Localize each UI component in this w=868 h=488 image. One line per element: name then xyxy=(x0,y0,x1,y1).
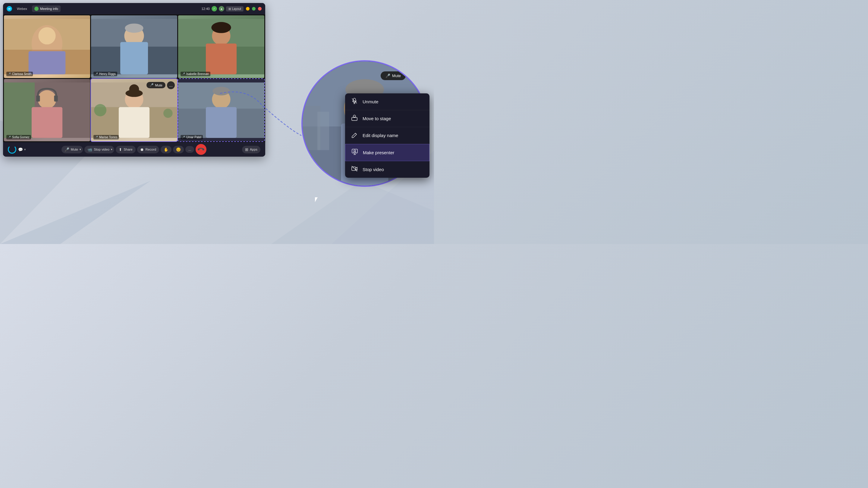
more-toolbar-button[interactable]: ... xyxy=(185,146,194,153)
svg-point-7 xyxy=(38,27,56,44)
svg-marker-1 xyxy=(0,181,151,244)
mute-toolbar-button[interactable]: 🎤 Mute ▾ xyxy=(61,146,83,153)
maximize-button[interactable] xyxy=(252,7,255,10)
close-button[interactable] xyxy=(258,7,261,10)
tab-meeting-info-label: Meeting info xyxy=(40,7,58,10)
svg-point-53 xyxy=(354,150,355,152)
cell-controls-marise: 🎤 Mute ... xyxy=(147,82,175,89)
share-button[interactable]: ⬆ Share xyxy=(116,146,135,153)
svg-point-22 xyxy=(38,90,56,108)
unmute-icon xyxy=(351,98,358,106)
end-call-button[interactable]: 📞 xyxy=(195,144,207,155)
webex-logo-icon: W xyxy=(7,6,12,11)
svg-rect-52 xyxy=(352,149,358,153)
caption-controls: 💬 ▾ xyxy=(18,147,26,152)
svg-marker-3 xyxy=(271,181,434,244)
video-cell-marise: 🎤 Mute ... 🎤 Marise Torres xyxy=(91,79,177,141)
reactions-button[interactable]: ✋ xyxy=(161,146,172,153)
svg-rect-25 xyxy=(54,95,58,101)
minimize-button[interactable] xyxy=(246,7,250,10)
svg-rect-46 xyxy=(317,112,329,150)
menu-item-unmute[interactable]: Unmute xyxy=(345,93,430,110)
participant-name-sofia: 🎤 Sofia Gomez xyxy=(6,135,31,139)
record-icon: ⏺ xyxy=(140,147,144,152)
apps-button[interactable]: ⊞ Apps xyxy=(242,146,260,153)
context-menu: Unmute Move to stage Edit display name xyxy=(345,93,430,178)
stop-video-button[interactable]: 📹 Stop video ▾ xyxy=(84,146,114,153)
share-icon: ⬆ xyxy=(119,147,122,152)
zoom-circle-controls: 🎤 Mute ... xyxy=(381,70,418,81)
edit-icon xyxy=(351,131,358,139)
title-bar-right xyxy=(246,7,261,10)
participant-name-marise: 🎤 Marise Torres xyxy=(93,135,119,139)
participant-video-clarissa xyxy=(4,15,90,78)
mute-arrow-icon: ▾ xyxy=(80,148,81,151)
stop-video-menu-icon xyxy=(351,165,358,173)
mic-icon-sofia: 🎤 xyxy=(8,136,11,138)
svg-point-32 xyxy=(94,104,106,116)
menu-item-stop-video[interactable]: Stop video xyxy=(345,161,430,178)
svg-rect-21 xyxy=(4,82,35,138)
activity-indicator xyxy=(8,145,16,154)
tab-webex[interactable]: Webex xyxy=(14,6,30,12)
mouse-cursor xyxy=(315,197,320,204)
participant-name-henry: 🎤 Henry Riggs xyxy=(93,72,117,76)
menu-item-make-presenter[interactable]: Make presenter xyxy=(345,144,430,161)
mic-icon-umar: 🎤 xyxy=(182,136,185,138)
tab-dot-icon xyxy=(34,7,38,11)
participant-video-sofia xyxy=(4,79,90,141)
zoom-more-button[interactable]: ... xyxy=(407,70,418,81)
svg-rect-18 xyxy=(206,44,237,74)
toolbar-right: ⊞ Apps xyxy=(242,146,260,153)
svg-rect-13 xyxy=(120,42,148,74)
zoom-mute-button[interactable]: 🎤 Mute xyxy=(381,71,406,80)
stage-icon xyxy=(351,115,358,123)
mic-icon-henry: 🎤 xyxy=(95,73,98,75)
layout-label: Layout xyxy=(232,7,241,10)
participant-video-henry xyxy=(91,15,177,78)
participant-name-umar: 🎤 Umar Patel xyxy=(181,135,203,139)
video-cell-isabelle: 🎤 Isabelle Brennan xyxy=(178,15,264,78)
video-cell-clarissa: 🎤 Clarissa Smith xyxy=(4,15,90,78)
time-display: 12:40 xyxy=(201,7,210,10)
end-call-icon: 📞 xyxy=(197,145,205,154)
title-bar-left: W Webex Meeting info xyxy=(7,5,199,12)
video-grid: 🎤 Clarissa Smith 🎤 Henry Riggs xyxy=(3,14,265,142)
menu-item-edit-display-name[interactable]: Edit display name xyxy=(345,127,430,144)
layout-button[interactable]: ⊞ Layout xyxy=(226,6,244,11)
svg-point-38 xyxy=(213,87,230,96)
mic-icon-marise: 🎤 xyxy=(95,136,98,138)
participant-name-isabelle: 🎤 Isabelle Brennan xyxy=(181,72,210,76)
mic-icon-isabelle: 🎤 xyxy=(182,73,185,75)
caption-arrow[interactable]: ▾ xyxy=(24,148,26,152)
video-cell-henry: 🎤 Henry Riggs xyxy=(91,15,177,78)
tab-meeting-info[interactable]: Meeting info xyxy=(32,5,61,12)
svg-rect-50 xyxy=(352,118,357,121)
app-window: W Webex Meeting info 12:40 ✓ ▲ ⊞ Layout xyxy=(3,3,265,157)
title-bar-center: 12:40 ✓ ▲ ⊞ Layout xyxy=(201,6,244,11)
svg-rect-24 xyxy=(36,95,40,101)
caption-icon: 💬 xyxy=(18,147,23,152)
menu-item-move-to-stage[interactable]: Move to stage xyxy=(345,110,430,127)
stop-video-icon: 📹 xyxy=(87,147,92,152)
layout-icon: ⊞ xyxy=(228,7,231,10)
presenter-icon xyxy=(351,149,358,157)
more-button-marise[interactable]: ... xyxy=(167,82,175,89)
svg-rect-9 xyxy=(29,51,66,74)
mute-toolbar-icon: 🎤 xyxy=(64,147,69,152)
svg-point-33 xyxy=(163,108,173,118)
toolbar: 💬 ▾ 🎤 Mute ▾ 📹 Stop video ▾ ⬆ Share ⏺ Re… xyxy=(3,142,265,157)
status-dot-icon: ✓ xyxy=(212,6,217,11)
emoji-button[interactable]: 😊 xyxy=(173,146,184,153)
tab-webex-label: Webex xyxy=(17,7,27,10)
title-bar: W Webex Meeting info 12:40 ✓ ▲ ⊞ Layout xyxy=(3,3,265,14)
apps-icon: ⊞ xyxy=(245,147,248,152)
zoom-mute-icon: 🎤 xyxy=(385,73,390,78)
participant-video-isabelle xyxy=(178,15,264,78)
svg-rect-23 xyxy=(32,107,62,138)
mute-mic-icon: 🎤 xyxy=(150,83,154,87)
svg-point-14 xyxy=(125,24,143,33)
status-dot2-icon: ▲ xyxy=(219,6,224,11)
mute-button-marise[interactable]: 🎤 Mute xyxy=(147,82,165,88)
record-button[interactable]: ⏺ Record xyxy=(137,146,159,153)
